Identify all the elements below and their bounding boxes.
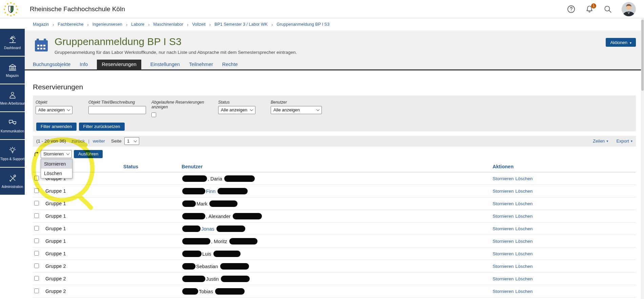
sidebar-item-dashboard[interactable]: Dashboard [0,29,25,56]
row-action-loeschen[interactable]: Löschen [515,251,533,256]
notifications-icon[interactable]: 1 [585,5,594,14]
sidebar-item-kommunikation[interactable]: Kommunikation [0,112,25,139]
row-action-stornieren[interactable]: Stornieren [493,239,514,244]
scrollbar[interactable] [641,18,644,299]
svg-text:★: ★ [13,13,15,16]
rows-dropdown[interactable]: Zeilen▾ [593,138,608,144]
benutzer-filter-select[interactable]: Alle anzeigen [271,106,322,114]
tab-reservierungen[interactable]: Reservierungen [97,60,141,69]
dropdown-option-lschen[interactable]: Löschen [41,169,72,178]
row-user-name[interactable]: Jonas [201,226,214,231]
redacted-name [216,226,245,232]
pagination-page-label: Seite [111,138,122,144]
sidebar-item-tipps-support[interactable]: Tipps & Support [0,140,25,167]
pagination-next[interactable]: weiter [93,138,105,144]
row-action-loeschen[interactable]: Löschen [515,289,533,294]
sidebar-item-label: Mein Arbeitsraum [0,102,25,105]
breadcrumb-item[interactable]: Gruppenanmeldung BP I S3 [276,22,329,27]
row-action-stornieren[interactable]: Stornieren [493,289,514,294]
sidebar-item-magazin[interactable]: Magazin [0,57,25,84]
header-status[interactable]: Status [122,161,180,172]
dropdown-option-stornieren[interactable]: Stornieren [41,159,72,169]
redacted-name [182,213,205,219]
row-checkbox[interactable] [34,289,39,293]
tab-info[interactable]: Info [80,60,88,69]
tab-buchungsobjekte[interactable]: Buchungsobjekte [33,60,70,69]
row-status [122,197,180,210]
pagination-separator: | [88,138,90,144]
row-action-stornieren[interactable]: Stornieren [493,214,514,219]
row-user-name: Sebastian [196,263,218,269]
breadcrumb-item[interactable]: Vollzeit [192,22,206,27]
bulk-action-select[interactable]: Stornieren StornierenLöschen [41,150,72,158]
row-action-stornieren[interactable]: Stornieren [493,176,514,181]
breadcrumb-item[interactable]: Maschinenlabor [153,22,183,27]
breadcrumb-item[interactable]: Labore [131,22,144,27]
filter-reset-button[interactable]: Filter zurücksetzen [79,123,125,131]
row-checkbox[interactable] [34,213,39,218]
tab-teilnehmer[interactable]: Teilnehmer [189,60,213,69]
row-user-name[interactable]: Finn [206,188,215,194]
row-action-stornieren[interactable]: Stornieren [493,189,514,194]
row-checkbox[interactable] [34,201,39,206]
row-action-loeschen[interactable]: Löschen [515,239,533,244]
row-checkbox[interactable] [34,238,39,243]
redacted-name [182,175,207,182]
redacted-name [182,238,210,244]
actions-button[interactable]: Aktionen▾ [606,38,636,47]
row-object: Gruppe 2 [44,260,122,273]
row-checkbox[interactable] [34,188,39,193]
row-checkbox[interactable] [34,263,39,268]
help-icon[interactable] [567,5,576,14]
filter-apply-button[interactable]: Filter anwenden [36,123,77,131]
row-user: , Alexander [180,210,491,222]
execute-button[interactable]: Ausführen [74,150,103,158]
page-select[interactable]: 1 [124,137,139,145]
row-action-loeschen[interactable]: Löschen [515,201,533,206]
row-checkbox[interactable] [34,226,39,231]
row-checkbox[interactable] [34,276,39,281]
tab-rechte[interactable]: Rechte [222,60,238,69]
row-object: Gruppe 1 [44,197,122,210]
row-checkbox[interactable] [34,176,39,180]
row-checkbox[interactable] [34,251,39,256]
pagination-bar: (1 - 20 von 36) zurück | weiter Seite 1 … [33,136,636,147]
redacted-name [182,251,202,257]
objekt-filter-select[interactable]: Alle anzeigen [36,106,72,114]
row-user: , Moritz [180,235,491,248]
abgelaufene-filter-checkbox[interactable] [151,112,156,117]
search-icon[interactable] [603,5,612,14]
row-action-loeschen[interactable]: Löschen [515,276,533,281]
breadcrumb-item[interactable]: BP1 Semester 3 / Labor WK [214,22,268,27]
chevron-down-icon [316,108,320,111]
avatar[interactable] [622,2,636,16]
breadcrumb-item[interactable]: Magazin [33,22,49,27]
export-dropdown[interactable]: Export▾ [616,138,632,144]
breadcrumb-item[interactable]: Fachbereiche [58,22,84,27]
row-object: Gruppe 1 [44,248,122,260]
notification-badge: 1 [591,3,596,8]
row-action-stornieren[interactable]: Stornieren [493,226,514,231]
org-title: Rheinische Fachhochschule Köln [30,5,125,13]
tab-einstellungen[interactable]: Einstellungen [150,60,180,69]
row-action-loeschen[interactable]: Löschen [515,214,533,219]
row-action-stornieren[interactable]: Stornieren [493,251,514,256]
row-action-loeschen[interactable]: Löschen [515,226,533,231]
breadcrumb-separator: › [187,22,188,27]
row-status [122,210,180,222]
sidebar-item-arbeitsraum[interactable]: Mein Arbeitsraum [0,84,25,111]
sidebar-item-administration[interactable]: Administration [0,168,25,195]
row-action-loeschen[interactable]: Löschen [515,176,533,181]
row-action-stornieren[interactable]: Stornieren [493,276,514,281]
header-user[interactable]: Benutzer [180,161,491,172]
titel-filter-input[interactable] [88,106,146,114]
scrollbar-thumb[interactable] [641,20,644,91]
row-action-stornieren[interactable]: Stornieren [493,201,514,206]
row-object: Gruppe 2 [44,285,122,298]
breadcrumb-item[interactable]: Ingenieurwesen [92,22,122,27]
table-row: Gruppe 1, Moritz StornierenLöschen [33,235,636,248]
row-action-loeschen[interactable]: Löschen [515,189,533,194]
status-filter-select[interactable]: Alle anzeigen [218,106,255,114]
row-action-loeschen[interactable]: Löschen [515,264,533,269]
row-action-stornieren[interactable]: Stornieren [493,264,514,269]
